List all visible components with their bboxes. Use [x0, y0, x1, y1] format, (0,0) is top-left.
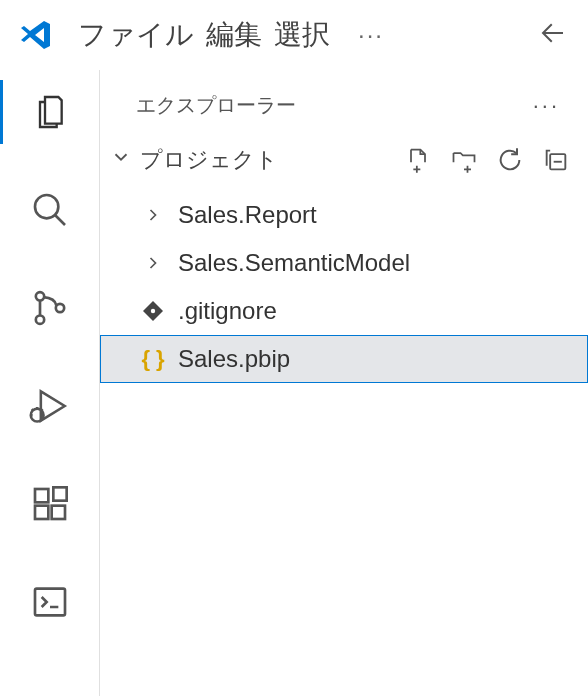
new-file-icon[interactable] — [404, 146, 432, 174]
activity-bar — [0, 70, 100, 696]
tree-item-label: Sales.Report — [178, 201, 317, 229]
activity-explorer-icon[interactable] — [26, 88, 74, 136]
svg-rect-8 — [53, 487, 66, 500]
explorer-title: エクスプローラー — [136, 92, 296, 119]
tree-folder-row[interactable]: Sales.Report — [100, 191, 588, 239]
tree-file-row[interactable]: { } Sales.pbip — [100, 335, 588, 383]
activity-run-debug-icon[interactable] — [26, 382, 74, 430]
folder-section-actions — [404, 146, 570, 174]
gitignore-file-icon — [140, 298, 166, 324]
svg-rect-6 — [35, 506, 48, 519]
svg-point-2 — [35, 316, 43, 324]
tree-item-label: Sales.pbip — [178, 345, 290, 373]
new-folder-icon[interactable] — [450, 146, 478, 174]
activity-terminal-icon[interactable] — [26, 578, 74, 626]
tree-item-label: .gitignore — [178, 297, 277, 325]
activity-source-control-icon[interactable] — [26, 284, 74, 332]
svg-rect-7 — [51, 506, 64, 519]
svg-point-1 — [35, 292, 43, 300]
tree-item-label: Sales.SemanticModel — [178, 249, 410, 277]
chevron-down-icon — [110, 146, 132, 174]
menu-bar: ファイル 編集 選択 ··· — [76, 12, 384, 58]
collapse-all-icon[interactable] — [542, 146, 570, 174]
explorer-actions-icon[interactable]: ··· — [533, 93, 560, 119]
chevron-right-icon — [140, 202, 166, 228]
tree-file-row[interactable]: .gitignore — [100, 287, 588, 335]
activity-search-icon[interactable] — [26, 186, 74, 234]
refresh-icon[interactable] — [496, 146, 524, 174]
menu-edit[interactable]: 編集 — [204, 12, 264, 58]
svg-rect-9 — [35, 589, 65, 616]
vscode-logo-icon — [20, 19, 52, 51]
titlebar: ファイル 編集 選択 ··· — [0, 0, 588, 70]
explorer-sidebar: エクスプローラー ··· プロジェクト — [100, 70, 588, 696]
tree-folder-row[interactable]: Sales.SemanticModel — [100, 239, 588, 287]
svg-point-11 — [151, 309, 155, 313]
menu-file[interactable]: ファイル — [76, 12, 196, 58]
activity-extensions-icon[interactable] — [26, 480, 74, 528]
explorer-header: エクスプローラー ··· — [100, 70, 588, 129]
folder-section-header[interactable]: プロジェクト — [100, 129, 588, 185]
svg-rect-5 — [35, 489, 48, 502]
menu-select[interactable]: 選択 — [272, 12, 332, 58]
menu-overflow-icon[interactable]: ··· — [358, 21, 384, 49]
json-file-icon: { } — [140, 346, 166, 372]
folder-section-title: プロジェクト — [140, 145, 278, 175]
svg-point-0 — [35, 195, 58, 218]
chevron-right-icon — [140, 250, 166, 276]
file-tree: Sales.Report Sales.SemanticModel .git — [100, 185, 588, 383]
back-arrow-icon[interactable] — [538, 18, 568, 52]
